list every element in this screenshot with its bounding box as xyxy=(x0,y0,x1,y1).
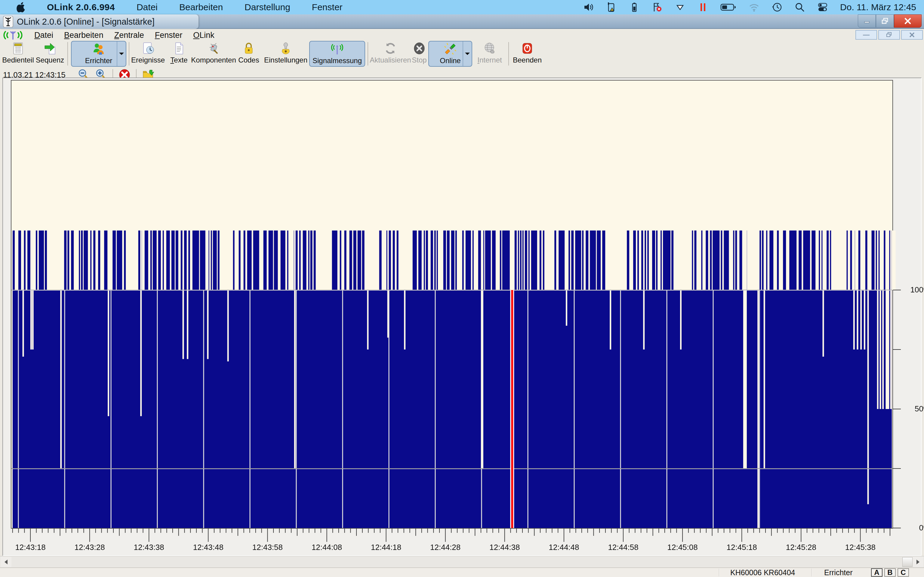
padlock-icon xyxy=(242,42,256,55)
macos-app-name[interactable]: OLink 2.0.6.994 xyxy=(47,2,115,12)
statusbar-box-c[interactable]: C xyxy=(898,568,909,577)
komponenten-button[interactable]: Komponenten xyxy=(193,41,234,67)
sequenz-button[interactable]: Sequenz xyxy=(35,41,65,67)
errichter-dropdown[interactable] xyxy=(117,42,126,66)
toolbar-separator xyxy=(368,42,368,66)
macos-menu-fenster[interactable]: Fenster xyxy=(312,2,342,12)
statusbar-box-a[interactable]: A xyxy=(871,568,882,577)
menu-zentrale[interactable]: Zentrale xyxy=(114,31,144,40)
macos-menu-datei[interactable]: Datei xyxy=(137,2,158,12)
scrollbar-thumb[interactable] xyxy=(902,557,913,567)
x-axis-label: 12:45:38 xyxy=(836,543,884,552)
window-restore-button[interactable] xyxy=(876,15,894,27)
connector-icon xyxy=(443,42,457,56)
x-axis-label: 12:45:08 xyxy=(658,543,706,552)
scroll-right-button[interactable] xyxy=(913,557,923,567)
main-toolbar: Bedienteil Sequenz Errichter Ereignisse … xyxy=(0,41,924,68)
aktualisieren-button[interactable]: Aktualisieren xyxy=(370,41,411,67)
x-axis-label: 12:44:08 xyxy=(303,543,351,552)
x-axis-label: 12:44:48 xyxy=(540,543,588,552)
statusbar-separator xyxy=(719,569,719,576)
sequence-icon xyxy=(43,42,57,55)
statusbar-devices: KH60006 KR60404 xyxy=(730,568,811,577)
menu-fenster[interactable]: Fenster xyxy=(155,31,183,40)
beenden-label: Beenden xyxy=(513,56,542,64)
mdi-minimize-button[interactable]: — xyxy=(855,30,877,40)
y-axis-label: 100% xyxy=(903,285,924,295)
time-machine-icon[interactable] xyxy=(772,2,782,13)
statusbar-separator xyxy=(811,569,812,576)
signal-strength-chart[interactable] xyxy=(5,80,921,555)
online-dropdown[interactable] xyxy=(463,42,472,66)
spotlight-search-icon[interactable] xyxy=(794,2,805,13)
bedienteil-label: Bedienteil xyxy=(2,56,34,64)
toolbar-separator xyxy=(508,42,509,66)
x-axis-label: 12:44:38 xyxy=(481,543,529,552)
components-icon xyxy=(207,42,220,55)
x-axis-label: 12:43:58 xyxy=(243,543,291,552)
battery-vertical-icon[interactable] xyxy=(629,2,640,13)
mdi-close-button[interactable] xyxy=(901,30,923,40)
bedienteil-button[interactable]: Bedienteil xyxy=(2,41,34,67)
online-button[interactable]: Online xyxy=(428,41,472,67)
stop-button[interactable]: Stop xyxy=(411,41,428,67)
signalmessung-button[interactable]: Signalmessung xyxy=(309,41,365,67)
window-title-group: OLink 2.0.6 [Online] - [Signalstärke] xyxy=(0,15,199,29)
x-axis-label: 12:43:28 xyxy=(66,543,114,552)
sequenz-label: Sequenz xyxy=(36,56,65,64)
window-close-button[interactable] xyxy=(894,15,922,27)
spinner-triangle-icon[interactable] xyxy=(675,2,685,13)
menu-datei[interactable]: Datei xyxy=(34,31,53,40)
chevron-down-icon xyxy=(119,52,124,56)
texte-button[interactable]: Texte xyxy=(166,41,192,67)
x-axis-label: 12:44:58 xyxy=(599,543,647,552)
battery-icon[interactable] xyxy=(720,2,737,13)
flag-error-icon[interactable] xyxy=(652,2,662,13)
aktualisieren-label: Aktualisieren xyxy=(370,56,411,64)
volume-icon[interactable] xyxy=(583,2,594,13)
macos-menu-bearbeiten[interactable]: Bearbeiten xyxy=(179,2,223,12)
x-axis-label: 12:43:38 xyxy=(125,543,173,552)
horizontal-scrollbar[interactable] xyxy=(0,556,924,567)
apple-menu-icon[interactable] xyxy=(16,2,26,13)
y-axis-label: 0% xyxy=(903,523,924,532)
x-axis-label: 12:45:28 xyxy=(777,543,825,552)
menu-bearbeiten[interactable]: Bearbeiten xyxy=(64,31,103,40)
events-icon xyxy=(141,42,155,55)
screen: OLink 2.0.6.994 Datei Bearbeiten Darstel… xyxy=(0,0,924,577)
codes-label: Codes xyxy=(238,56,259,64)
stop-label: Stop xyxy=(412,56,426,64)
control-center-icon[interactable] xyxy=(817,2,828,13)
statusbar-box-b[interactable]: B xyxy=(884,568,896,577)
window-titlebar[interactable]: OLink 2.0.6 [Online] - [Signalstärke] xyxy=(0,15,924,29)
x-axis-label: 12:43:48 xyxy=(184,543,232,552)
keypad-icon xyxy=(11,42,25,55)
errichter-label: Errichter xyxy=(85,56,113,65)
window-minimize-button[interactable] xyxy=(858,15,876,27)
beenden-button[interactable]: Beenden xyxy=(511,41,543,67)
codes-button[interactable]: Codes xyxy=(235,41,262,67)
statusbar: KH60006 KR60404 Errichter A B C xyxy=(0,567,924,577)
einstellungen-button[interactable]: Einstellungen xyxy=(263,41,308,67)
toolbar-separator xyxy=(129,42,129,66)
signalmessung-label: Signalmessung xyxy=(312,56,362,65)
antenna-logo-icon xyxy=(2,30,23,40)
macos-menu-darstellung[interactable]: Darstellung xyxy=(244,2,290,12)
internet-button[interactable]: Internet xyxy=(474,41,505,67)
toolbar-separator xyxy=(67,42,68,66)
ereignisse-label: Ereignisse xyxy=(131,56,165,64)
signal-antenna-icon xyxy=(330,42,344,56)
olink-window-icon xyxy=(3,16,13,27)
stop-icon xyxy=(412,42,426,55)
mdi-restore-button[interactable] xyxy=(878,30,900,40)
menu-olink[interactable]: OLink xyxy=(193,31,215,40)
globe-icon xyxy=(483,42,497,55)
wifi-icon[interactable] xyxy=(749,2,759,13)
ereignisse-button[interactable]: Ereignisse xyxy=(132,41,164,67)
pause-red-icon xyxy=(698,2,708,13)
errichter-button[interactable]: Errichter xyxy=(71,41,126,67)
x-axis-label: 12:44:18 xyxy=(362,543,410,552)
scroll-left-button[interactable] xyxy=(1,557,11,567)
macos-clock[interactable]: Do. 11. März 12:45 xyxy=(840,2,916,12)
handheld-sync-warning-icon[interactable]: ! xyxy=(606,2,617,13)
